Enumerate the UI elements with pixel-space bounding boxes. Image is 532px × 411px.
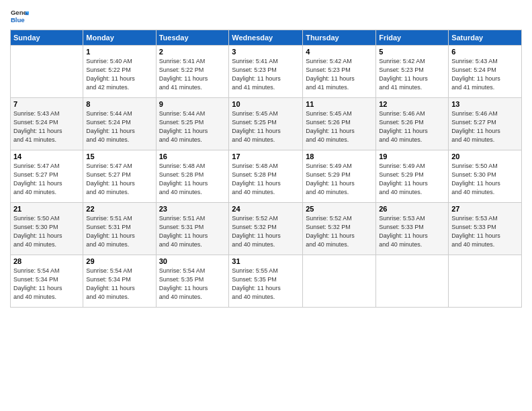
day-number: 28 (13, 257, 80, 265)
calendar-day-header: Thursday (303, 30, 376, 46)
calendar-day-cell (376, 255, 449, 308)
calendar-day-cell: 30Sunrise: 5:54 AMSunset: 5:35 PMDayligh… (156, 255, 229, 308)
day-info: Sunrise: 5:48 AMSunset: 5:28 PMDaylight:… (159, 162, 226, 197)
day-info: Sunrise: 5:42 AMSunset: 5:23 PMDaylight:… (379, 57, 445, 92)
calendar-day-cell: 18Sunrise: 5:49 AMSunset: 5:29 PMDayligh… (303, 150, 376, 203)
calendar-table: SundayMondayTuesdayWednesdayThursdayFrid… (10, 30, 522, 308)
calendar-day-cell: 6Sunrise: 5:43 AMSunset: 5:24 PMDaylight… (449, 46, 522, 98)
day-number: 17 (232, 152, 300, 161)
day-number: 11 (306, 100, 373, 108)
calendar-week-row: 1Sunrise: 5:40 AMSunset: 5:22 PMDaylight… (11, 46, 522, 98)
calendar-day-cell: 4Sunrise: 5:42 AMSunset: 5:23 PMDaylight… (303, 46, 376, 98)
day-info: Sunrise: 5:42 AMSunset: 5:23 PMDaylight:… (306, 57, 373, 92)
calendar-day-cell: 26Sunrise: 5:53 AMSunset: 5:33 PMDayligh… (376, 203, 449, 255)
svg-text:Blue: Blue (11, 16, 25, 24)
calendar-day-cell (449, 255, 522, 308)
day-info: Sunrise: 5:51 AMSunset: 5:31 PMDaylight:… (86, 214, 152, 249)
day-info: Sunrise: 5:41 AMSunset: 5:22 PMDaylight:… (159, 57, 226, 92)
day-number: 8 (86, 100, 152, 108)
calendar-day-cell: 11Sunrise: 5:45 AMSunset: 5:26 PMDayligh… (303, 98, 376, 150)
day-info: Sunrise: 5:49 AMSunset: 5:29 PMDaylight:… (379, 162, 445, 197)
day-info: Sunrise: 5:40 AMSunset: 5:22 PMDaylight:… (86, 57, 152, 92)
day-info: Sunrise: 5:44 AMSunset: 5:25 PMDaylight:… (159, 109, 226, 144)
day-number: 5 (379, 48, 445, 56)
calendar-day-cell: 19Sunrise: 5:49 AMSunset: 5:29 PMDayligh… (376, 150, 449, 203)
day-number: 25 (306, 205, 373, 213)
calendar-day-cell: 3Sunrise: 5:41 AMSunset: 5:23 PMDaylight… (229, 46, 303, 98)
calendar-day-cell: 15Sunrise: 5:47 AMSunset: 5:27 PMDayligh… (83, 150, 156, 203)
day-number: 31 (232, 257, 300, 265)
calendar-day-header: Wednesday (229, 30, 303, 46)
calendar-day-cell: 8Sunrise: 5:44 AMSunset: 5:24 PMDaylight… (83, 98, 156, 150)
day-number: 22 (86, 205, 152, 213)
day-info: Sunrise: 5:47 AMSunset: 5:27 PMDaylight:… (86, 162, 152, 197)
calendar-day-cell: 20Sunrise: 5:50 AMSunset: 5:30 PMDayligh… (449, 150, 522, 203)
day-info: Sunrise: 5:43 AMSunset: 5:24 PMDaylight:… (451, 57, 519, 92)
day-info: Sunrise: 5:45 AMSunset: 5:26 PMDaylight:… (306, 109, 373, 144)
day-info: Sunrise: 5:46 AMSunset: 5:27 PMDaylight:… (451, 109, 519, 144)
calendar-day-cell: 22Sunrise: 5:51 AMSunset: 5:31 PMDayligh… (83, 203, 156, 255)
day-info: Sunrise: 5:48 AMSunset: 5:28 PMDaylight:… (232, 162, 300, 197)
calendar-body: 1Sunrise: 5:40 AMSunset: 5:22 PMDaylight… (11, 46, 522, 308)
day-number: 14 (13, 152, 80, 161)
calendar-day-cell: 21Sunrise: 5:50 AMSunset: 5:30 PMDayligh… (11, 203, 83, 255)
page: General Blue SundayMondayTuesdayWednesda… (0, 0, 532, 411)
day-info: Sunrise: 5:55 AMSunset: 5:35 PMDaylight:… (232, 267, 300, 302)
calendar-day-cell: 5Sunrise: 5:42 AMSunset: 5:23 PMDaylight… (376, 46, 449, 98)
calendar-day-header: Friday (376, 30, 449, 46)
day-info: Sunrise: 5:53 AMSunset: 5:33 PMDaylight:… (451, 214, 519, 249)
day-info: Sunrise: 5:51 AMSunset: 5:31 PMDaylight:… (159, 214, 226, 249)
calendar-day-cell: 1Sunrise: 5:40 AMSunset: 5:22 PMDaylight… (83, 46, 156, 98)
day-number: 16 (159, 152, 226, 161)
calendar-day-cell: 13Sunrise: 5:46 AMSunset: 5:27 PMDayligh… (449, 98, 522, 150)
day-info: Sunrise: 5:54 AMSunset: 5:34 PMDaylight:… (86, 267, 152, 302)
calendar-day-cell (303, 255, 376, 308)
calendar-day-cell: 10Sunrise: 5:45 AMSunset: 5:25 PMDayligh… (229, 98, 303, 150)
calendar-day-header: Monday (83, 30, 156, 46)
day-info: Sunrise: 5:54 AMSunset: 5:34 PMDaylight:… (13, 267, 80, 302)
logo: General Blue (10, 7, 32, 26)
calendar-day-cell: 27Sunrise: 5:53 AMSunset: 5:33 PMDayligh… (449, 203, 522, 255)
day-info: Sunrise: 5:52 AMSunset: 5:32 PMDaylight:… (232, 214, 300, 249)
day-number: 15 (86, 152, 152, 161)
day-info: Sunrise: 5:54 AMSunset: 5:35 PMDaylight:… (159, 267, 226, 302)
day-number: 19 (379, 152, 445, 161)
calendar-day-cell: 16Sunrise: 5:48 AMSunset: 5:28 PMDayligh… (156, 150, 229, 203)
calendar-week-row: 7Sunrise: 5:43 AMSunset: 5:24 PMDaylight… (11, 98, 522, 150)
day-number: 6 (451, 48, 519, 56)
day-number: 3 (232, 48, 300, 56)
day-number: 24 (232, 205, 300, 213)
calendar-day-cell: 2Sunrise: 5:41 AMSunset: 5:22 PMDaylight… (156, 46, 229, 98)
day-number: 2 (159, 48, 226, 56)
day-info: Sunrise: 5:46 AMSunset: 5:26 PMDaylight:… (379, 109, 445, 144)
day-info: Sunrise: 5:45 AMSunset: 5:25 PMDaylight:… (232, 109, 300, 144)
day-number: 4 (306, 48, 373, 56)
calendar-week-row: 21Sunrise: 5:50 AMSunset: 5:30 PMDayligh… (11, 203, 522, 255)
day-info: Sunrise: 5:44 AMSunset: 5:24 PMDaylight:… (86, 109, 152, 144)
day-info: Sunrise: 5:47 AMSunset: 5:27 PMDaylight:… (13, 162, 80, 197)
logo-icon: General Blue (10, 7, 29, 26)
calendar-day-cell: 12Sunrise: 5:46 AMSunset: 5:26 PMDayligh… (376, 98, 449, 150)
calendar-day-cell (11, 46, 83, 98)
calendar-week-row: 14Sunrise: 5:47 AMSunset: 5:27 PMDayligh… (11, 150, 522, 203)
day-number: 13 (451, 100, 519, 108)
day-number: 21 (13, 205, 80, 213)
calendar-day-header: Saturday (449, 30, 522, 46)
calendar-day-cell: 7Sunrise: 5:43 AMSunset: 5:24 PMDaylight… (11, 98, 83, 150)
calendar-day-header: Sunday (11, 30, 83, 46)
calendar-day-cell: 23Sunrise: 5:51 AMSunset: 5:31 PMDayligh… (156, 203, 229, 255)
day-number: 10 (232, 100, 300, 108)
day-number: 26 (379, 205, 445, 213)
calendar-day-cell: 14Sunrise: 5:47 AMSunset: 5:27 PMDayligh… (11, 150, 83, 203)
day-number: 7 (13, 100, 80, 108)
calendar-week-row: 28Sunrise: 5:54 AMSunset: 5:34 PMDayligh… (11, 255, 522, 308)
day-number: 9 (159, 100, 226, 108)
calendar-day-cell: 25Sunrise: 5:52 AMSunset: 5:32 PMDayligh… (303, 203, 376, 255)
day-number: 1 (86, 48, 152, 56)
day-info: Sunrise: 5:53 AMSunset: 5:33 PMDaylight:… (379, 214, 445, 249)
calendar-day-header: Tuesday (156, 30, 229, 46)
day-number: 12 (379, 100, 445, 108)
calendar-day-cell: 17Sunrise: 5:48 AMSunset: 5:28 PMDayligh… (229, 150, 303, 203)
day-number: 30 (159, 257, 226, 265)
day-number: 23 (159, 205, 226, 213)
